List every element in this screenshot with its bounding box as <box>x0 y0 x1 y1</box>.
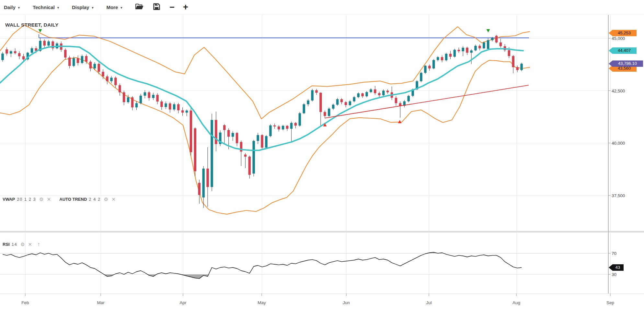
close-icon[interactable]: ✕ <box>47 197 51 202</box>
page-title: WALL STREET, DAILY <box>5 22 59 28</box>
rsi-axis-label: 30 <box>612 272 616 277</box>
gear-icon[interactable]: ⚙ <box>104 197 108 202</box>
gear-icon[interactable]: ⚙ <box>39 197 43 202</box>
x-axis-label: May <box>258 300 266 305</box>
x-axis-label: Jun <box>343 300 350 305</box>
x-axis-label: Feb <box>21 300 29 305</box>
vwap-indicator-params: 20 1 2 3 <box>17 197 36 202</box>
indicator-row-rsi: RSI 14 ⚙ ✕ ↑ <box>3 242 40 247</box>
menu-display-label: Display <box>72 5 89 10</box>
menu-more[interactable]: More ▾ <box>106 5 122 10</box>
folder-open-icon <box>135 3 144 11</box>
rsi-indicator-label: RSI <box>3 242 10 247</box>
x-axis-label: Mar <box>97 300 104 305</box>
last-price-badge: 43,786.10 <box>609 60 643 67</box>
menu-timeframe[interactable]: Daily ▾ <box>4 5 20 10</box>
x-axis-label: Apr <box>179 300 186 305</box>
price-axis-label: 45,000 <box>612 36 625 41</box>
price-axis-label: 37,500 <box>612 193 625 198</box>
rsi-axis-label: 70 <box>612 251 616 256</box>
menu-display[interactable]: Display ▾ <box>72 5 93 10</box>
vwap-indicator-label: VWAP <box>3 197 15 202</box>
price-chart-canvas[interactable] <box>0 0 644 310</box>
rsi-indicator-params: 14 <box>12 242 17 247</box>
zoom-in-button[interactable]: + <box>183 4 188 10</box>
chevron-down-icon: ▾ <box>57 6 59 9</box>
toolbar: Daily ▾ Technical ▾ Display ▾ More ▾ <box>0 0 644 15</box>
chevron-down-icon: ▾ <box>92 6 93 9</box>
price-axis-label: 42,500 <box>612 88 625 93</box>
menu-more-label: More <box>106 5 118 10</box>
close-icon[interactable]: ✕ <box>28 242 32 247</box>
menu-technical-label: Technical <box>33 5 55 10</box>
indicator-row-price: VWAP 20 1 2 3 ⚙ ✕ AUTO TREND 2 4 2 ⚙ ✕ <box>3 197 116 202</box>
bb-upper-badge: 45,253 <box>609 30 637 36</box>
price-axis-label: 40,000 <box>612 141 625 146</box>
trading-app: { "title": "WALL STREET, DAILY", "toolba… <box>0 0 644 310</box>
chevron-down-icon: ▾ <box>18 6 20 9</box>
close-icon[interactable]: ✕ <box>111 197 116 202</box>
x-axis-label: Jul <box>426 300 431 305</box>
x-axis-label: Aug <box>512 300 520 305</box>
auto-trend-indicator-label: AUTO TREND <box>59 197 87 202</box>
zoom-out-button[interactable]: − <box>169 4 175 10</box>
menu-timeframe-label: Daily <box>4 5 16 10</box>
menu-technical[interactable]: Technical ▾ <box>33 5 59 10</box>
open-chart-button[interactable] <box>135 3 144 11</box>
x-axis-label: Sep <box>606 300 614 305</box>
move-indicator-up-icon[interactable]: ↑ <box>37 242 40 247</box>
gear-icon[interactable]: ⚙ <box>20 242 25 247</box>
auto-trend-indicator-params: 2 4 2 <box>89 197 100 202</box>
save-chart-button[interactable] <box>153 3 160 12</box>
save-icon <box>153 3 160 12</box>
chevron-down-icon: ▾ <box>121 6 122 9</box>
vwap-badge: 44,407 <box>609 47 637 54</box>
